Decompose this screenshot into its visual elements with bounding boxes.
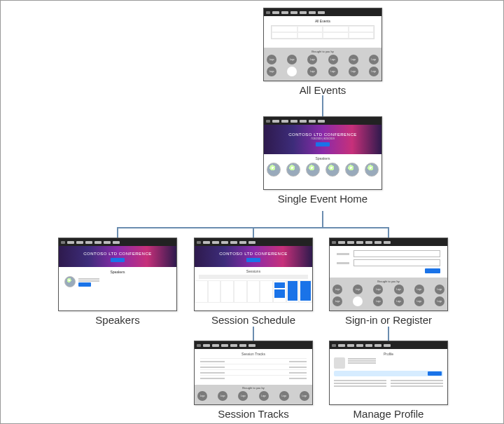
thumbnail-single-event: CONTOSO LTD CONFERENCE 7/26/2019 | 8/20/…	[263, 116, 382, 190]
connector	[388, 227, 389, 238]
node-caption: Session Schedule	[194, 314, 313, 326]
register-button	[316, 142, 330, 146]
sitemap-diagram: All Events Brought to you by Logo Logo L…	[0, 0, 504, 424]
profile-avatar	[334, 357, 345, 369]
sponsors-label: Brought to you by	[267, 50, 379, 53]
sponsors-label: Brought to you by	[197, 386, 309, 390]
sponsor-logo-icon: Logo	[373, 296, 383, 306]
connector	[253, 327, 254, 341]
section-label: Profile	[334, 352, 443, 356]
thumbnail-sign-in: Brought to you by Logo Logo Logo Logo Lo…	[329, 238, 448, 311]
microsoft-logo-icon	[287, 67, 297, 76]
page-heading: All Events	[271, 19, 374, 23]
password-input	[354, 259, 440, 266]
connector	[117, 227, 118, 238]
microsoft-logo-icon	[353, 296, 363, 306]
connector	[388, 327, 389, 341]
sponsor-logo-icon: Logo	[332, 285, 342, 294]
sponsor-logo-icon: Logo	[279, 391, 289, 401]
hero-title: CONTOSO LTD CONFERENCE	[219, 252, 287, 256]
sponsor-logo-icon: Logo	[435, 296, 444, 306]
speaker-avatar	[286, 163, 300, 177]
section-label: Session Tracks	[200, 352, 307, 356]
sponsor-logo-icon: Logo	[238, 391, 248, 401]
sponsor-logo-icon: Logo	[328, 55, 338, 64]
sponsor-logo-icon: Logo	[394, 296, 404, 306]
node-caption: Sign-in or Register	[329, 314, 448, 326]
thumbnail-tracks: Session Tracks Brought to you by Logo Lo…	[194, 341, 313, 405]
sponsor-logo-icon: Logo	[197, 391, 207, 401]
speaker-avatar	[306, 163, 320, 177]
speaker-avatar	[64, 276, 76, 287]
section-label: Sessions	[195, 269, 312, 275]
sponsor-logo-icon: Logo	[414, 285, 424, 294]
sponsor-logo-icon: Logo	[267, 55, 276, 64]
hero-title: CONTOSO LTD CONFERENCE	[288, 132, 356, 137]
node-caption: Manage Profile	[329, 408, 448, 420]
sponsor-logo-icon: Logo	[369, 55, 379, 64]
register-button	[246, 258, 260, 262]
speaker-avatar	[326, 163, 340, 177]
sponsor-logo-icon: Logo	[414, 296, 424, 306]
registration-banner	[334, 371, 443, 376]
sponsors-label: Brought to you by	[332, 280, 444, 283]
sponsor-logo-icon: Logo	[267, 67, 276, 76]
node-caption: Speakers	[58, 314, 177, 326]
sponsor-logo-icon: Logo	[349, 55, 358, 64]
hero-title: CONTOSO LTD CONFERENCE	[83, 252, 151, 256]
submit-button	[425, 268, 440, 273]
thumbnail-profile: Profile	[329, 341, 448, 405]
section-label: Speakers	[64, 270, 171, 274]
connector	[322, 95, 323, 116]
speaker-avatar	[365, 163, 379, 177]
node-session-tracks[interactable]: Session Tracks Brought to you by Logo Lo…	[194, 341, 313, 420]
sponsor-logo-icon: Logo	[369, 67, 379, 76]
node-caption: Session Tracks	[194, 408, 313, 420]
sponsor-logo-icon: Logo	[218, 391, 227, 401]
date-tabs	[199, 275, 308, 279]
sponsor-logo-icon: Logo	[332, 296, 342, 306]
thumbnail-all-events: All Events Brought to you by Logo Logo L…	[263, 8, 382, 81]
node-caption: All Events	[263, 84, 382, 96]
sponsor-logo-icon: Logo	[307, 67, 317, 76]
thumbnail-speakers: CONTOSO LTD CONFERENCE Speakers	[58, 238, 177, 311]
speaker-avatar	[345, 163, 359, 177]
connector	[322, 211, 323, 227]
sponsor-logo-icon: Logo	[307, 55, 317, 64]
speaker-avatar	[267, 163, 281, 177]
sponsor-logo-icon: Logo	[328, 67, 338, 76]
register-button	[111, 258, 125, 262]
sponsor-logo-icon: Logo	[259, 391, 269, 401]
view-button	[78, 282, 91, 287]
sponsor-logo-icon: Logo	[353, 285, 363, 294]
thumbnail-schedule: CONTOSO LTD CONFERENCE Sessions	[194, 238, 313, 311]
node-single-event-home[interactable]: CONTOSO LTD CONFERENCE 7/26/2019 | 8/20/…	[263, 116, 382, 205]
node-caption: Single Event Home	[263, 193, 382, 205]
node-sign-in[interactable]: Brought to you by Logo Logo Logo Logo Lo…	[329, 238, 448, 326]
sponsor-logo-icon: Logo	[349, 67, 358, 76]
sponsor-logo-icon: Logo	[287, 55, 297, 64]
node-all-events[interactable]: All Events Brought to you by Logo Logo L…	[263, 8, 382, 96]
node-session-schedule[interactable]: CONTOSO LTD CONFERENCE Sessions Session …	[194, 238, 313, 326]
connector	[253, 227, 254, 238]
node-speakers[interactable]: CONTOSO LTD CONFERENCE Speakers Speakers	[58, 238, 177, 326]
sponsor-logo-icon: Logo	[394, 285, 404, 294]
section-label: Speakers	[264, 154, 382, 161]
sponsor-logo-icon: Logo	[373, 285, 383, 294]
sponsor-logo-icon: Logo	[300, 391, 309, 401]
node-manage-profile[interactable]: Profile Manage Profile	[329, 341, 448, 420]
hero-subtitle: 7/26/2019 | 8/20/2019	[311, 137, 335, 140]
sponsor-logo-icon: Logo	[435, 285, 444, 294]
username-input	[354, 250, 440, 257]
